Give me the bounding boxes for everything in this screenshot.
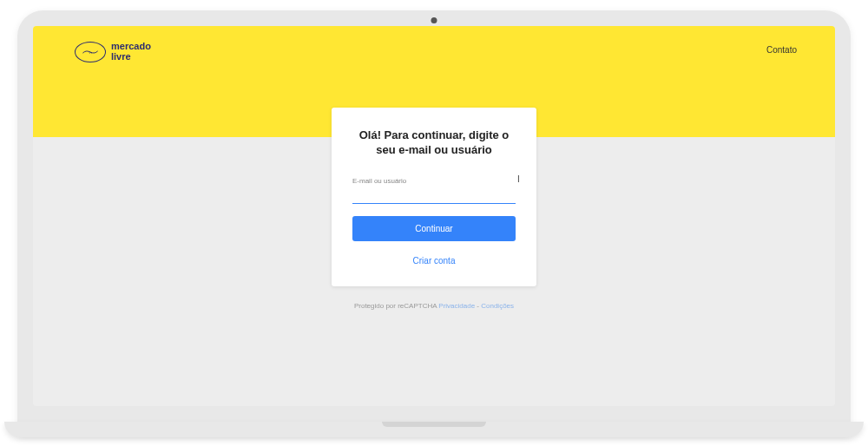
recaptcha-footer: Protegido por reCAPTCHA Privacidade - Co… [354,302,514,310]
create-account-button[interactable]: Criar conta [413,253,456,269]
laptop-notch [382,422,486,427]
email-input[interactable] [352,187,516,204]
footer-prefix: Protegido por reCAPTCHA [354,302,438,310]
continue-button[interactable]: Continuar [352,216,516,241]
laptop-base [4,422,864,437]
privacy-link[interactable]: Privacidade [438,302,475,310]
camera-dot [431,17,437,23]
card-title: Olá! Para continuar, digite o seu e-mail… [352,128,516,158]
terms-link[interactable]: Condições [481,302,514,310]
laptop-frame: mercado livre Contato Olá! Para continua… [17,10,851,436]
login-card: Olá! Para continuar, digite o seu e-mail… [332,108,536,286]
screen: mercado livre Contato Olá! Para continua… [33,26,835,406]
email-label: E-mail ou usuário [352,177,516,185]
content-area: Olá! Para continuar, digite o seu e-mail… [33,26,835,406]
email-field-group: E-mail ou usuário I [352,177,516,204]
text-cursor-icon: I [517,174,520,184]
